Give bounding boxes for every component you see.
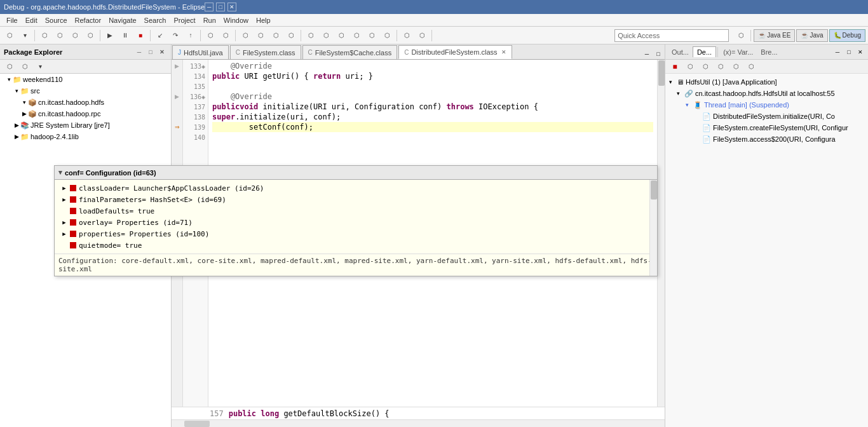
close-panel-button[interactable]: ✕ (157, 47, 167, 57)
toolbar-btn-13[interactable]: ⬡ (304, 29, 318, 43)
maximize-editor-button[interactable]: □ (653, 49, 663, 59)
toolbar-btn-1[interactable]: ⬡ (3, 29, 17, 43)
tab-filesystem-cache[interactable]: C FileSystem$Cache.class (302, 45, 398, 59)
collapse-all-button[interactable]: ⬡ (3, 60, 17, 74)
var-label: classLoader= Launcher$AppClassLoader (id… (172, 184, 264, 193)
var-properties[interactable]: ▶ properties= Properties (id=100) (172, 228, 654, 240)
tab-variables-badge[interactable]: (x)= Var... (719, 47, 757, 57)
close-right-panel[interactable]: ✕ (855, 47, 865, 57)
toolbar-btn-5[interactable]: ⬡ (68, 29, 82, 43)
minimize-editor-button[interactable]: ─ (642, 49, 652, 59)
toolbar-btn-17[interactable]: ⬡ (365, 29, 379, 43)
quick-access-input[interactable]: Quick Access (614, 29, 729, 42)
popup-scroll-thumb[interactable] (651, 180, 657, 200)
tree-item-hadoop[interactable]: ▶ 📁 hadoop-2.4.1lib (0, 131, 171, 142)
debug-item-connection[interactable]: ▾ 🔗 cn.itcast.hadoop.hdfs.HdfsUtil at lo… (668, 88, 865, 99)
toolbar-btn-20[interactable]: ⬡ (415, 29, 429, 43)
minimize-panel-button[interactable]: ─ (134, 47, 144, 57)
var-overlay[interactable]: ▶ overlay= Properties (id=71) (172, 217, 654, 228)
minimize-button[interactable]: ─ (205, 3, 214, 11)
explorer-menu-button[interactable]: ▾ (33, 60, 47, 74)
debug-btn-2[interactable]: ⬡ (683, 60, 697, 74)
popup-scrollbar[interactable] (649, 180, 657, 276)
horizontal-scroll-thumb[interactable] (184, 421, 210, 427)
menu-navigate[interactable]: Navigate (105, 15, 140, 25)
tab-close-button[interactable]: ✕ (501, 49, 506, 55)
debug-btn-6[interactable]: ⬡ (744, 60, 758, 74)
tree-item-weekend110[interactable]: ▾ 📁 weekend110 (0, 74, 171, 85)
toolbar-btn-3[interactable]: ⬡ (37, 29, 51, 43)
var-loaddefaults[interactable]: ▶ loadDefaults= true (172, 205, 654, 217)
debug-btn-4[interactable]: ⬡ (714, 60, 728, 74)
menu-help[interactable]: Help (252, 15, 275, 25)
close-button[interactable]: ✕ (227, 3, 236, 11)
toolbar-btn-19[interactable]: ⬡ (400, 29, 414, 43)
debug-resume-btn[interactable]: ■ (668, 60, 682, 74)
toolbar-btn-15[interactable]: ⬡ (334, 29, 348, 43)
var-finalparameters[interactable]: ▶ finalParameters= HashSet<E> (id=69) (172, 194, 654, 205)
menu-project[interactable]: Project (170, 15, 199, 25)
toolbar-btn-8[interactable]: ⬡ (219, 29, 233, 43)
tab-hdfsutil[interactable]: J HdfsUtil.java (172, 45, 229, 59)
menu-refactor[interactable]: Refactor (71, 15, 105, 25)
menu-run[interactable]: Run (200, 15, 220, 25)
perspective-java[interactable]: ☕ Java (796, 29, 827, 42)
menu-window[interactable]: Window (220, 15, 252, 25)
editor-scroll-thumb[interactable] (658, 60, 665, 86)
tab-breakpoints[interactable]: Bre... (757, 47, 781, 57)
editor-scrollbar[interactable] (657, 60, 665, 407)
toolbar-btn-16[interactable]: ⬡ (349, 29, 363, 43)
horizontal-scrollbar[interactable] (172, 419, 665, 427)
var-quietmode[interactable]: ▶ quietmode= true (172, 240, 654, 251)
debug-item-frame-2[interactable]: 📄 FileSystem.createFileSystem(URI, Confi… (668, 122, 865, 133)
toolbar-icon-btn[interactable]: ⬡ (734, 29, 748, 43)
toolbar-btn-7[interactable]: ⬡ (203, 29, 217, 43)
toolbar-btn-6[interactable]: ⬡ (83, 29, 97, 43)
debug-btn-5[interactable]: ⬡ (729, 60, 743, 74)
maximize-button[interactable]: □ (216, 3, 225, 11)
menu-source[interactable]: Source (41, 15, 71, 25)
editor-tabs-controls: ─ □ (642, 49, 663, 59)
toolbar-sep-3 (150, 30, 151, 41)
tree-label: JRE System Library [jre7] (31, 121, 110, 129)
maximize-panel-button[interactable]: □ (146, 47, 156, 57)
debug-item-app[interactable]: ▾ 🖥 HdfsUtil (1) [Java Application] (668, 76, 865, 88)
tree-item-rpc[interactable]: ▶ 📦 cn.itcast.hadoop.rpc (0, 108, 171, 119)
toolbar-btn-14[interactable]: ⬡ (319, 29, 333, 43)
tab-distributed-filesystem[interactable]: C DistributedFileSystem.class ✕ (398, 45, 512, 59)
code-line-138: super.initialize(uri, conf); (212, 112, 653, 122)
tab-debug[interactable]: De... (693, 46, 716, 57)
step-over-button[interactable]: ↷ (168, 29, 182, 43)
var-classloader[interactable]: ▶ classLoader= Launcher$AppClassLoader (… (172, 182, 654, 194)
link-with-editor-button[interactable]: ⬡ (18, 60, 32, 74)
perspective-debug[interactable]: 🐛 Debug (829, 29, 865, 42)
maximize-right-panel[interactable]: □ (844, 47, 854, 57)
toolbar-btn-18[interactable]: ⬡ (380, 29, 394, 43)
suspend-button[interactable]: ⏸ (118, 29, 132, 43)
code-line-139: setConf(conf); (212, 122, 653, 132)
tab-filesystem[interactable]: C FileSystem.class (230, 45, 301, 59)
tree-item-hdfs[interactable]: ▾ 📦 cn.itcast.hadoop.hdfs (0, 97, 171, 108)
debug-item-frame-3[interactable]: 📄 FileSystem.access$200(URI, Configura (668, 133, 865, 145)
tree-item-jre[interactable]: ▶ 📚 JRE System Library [jre7] (0, 119, 171, 131)
toolbar-btn-9[interactable]: ⬡ (238, 29, 252, 43)
perspective-java-ee[interactable]: ☕ Java EE (754, 29, 795, 42)
tree-item-src[interactable]: ▾ 📁 src (0, 85, 171, 97)
toolbar-btn-12[interactable]: ⬡ (284, 29, 298, 43)
step-return-button[interactable]: ↑ (184, 29, 198, 43)
toolbar-btn-10[interactable]: ⬡ (254, 29, 268, 43)
debug-btn-3[interactable]: ⬡ (698, 60, 712, 74)
menu-search[interactable]: Search (140, 15, 170, 25)
menu-edit[interactable]: Edit (22, 15, 41, 25)
toolbar-btn-4[interactable]: ⬡ (53, 29, 67, 43)
toolbar-btn-11[interactable]: ⬡ (269, 29, 283, 43)
debug-item-thread-main[interactable]: ▾ 🧵 Thread [main] (Suspended) (668, 99, 865, 111)
tab-outline[interactable]: Out... (668, 47, 693, 57)
toolbar-btn-2[interactable]: ▾ (18, 29, 32, 43)
step-into-button[interactable]: ↙ (153, 29, 167, 43)
debug-item-frame-1[interactable]: 📄 DistributedFileSystem.initialize(URI, … (668, 111, 865, 122)
minimize-right-panel[interactable]: ─ (832, 47, 843, 57)
menu-file[interactable]: File (3, 15, 22, 25)
resume-button[interactable]: ▶ (103, 29, 117, 43)
terminate-button[interactable]: ■ (133, 29, 147, 43)
